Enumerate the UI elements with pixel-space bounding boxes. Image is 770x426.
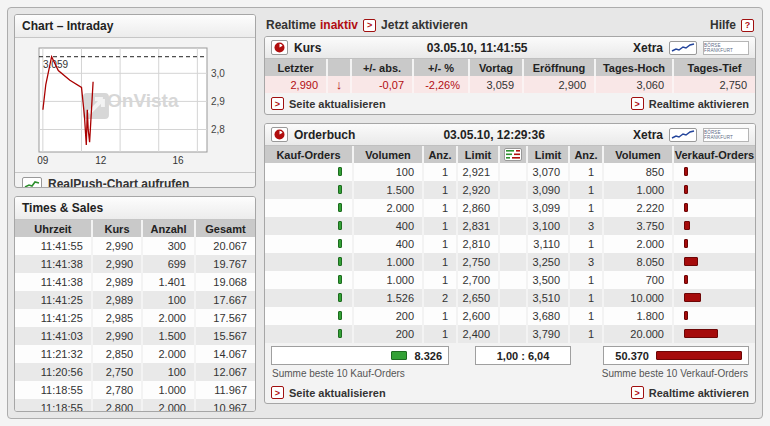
left-column: Chart – Intraday 3,02,92,8OnVista3.05909… [14, 14, 256, 412]
sell-volume: 1.800 [603, 307, 673, 325]
buy-volume: 200 [353, 307, 423, 325]
sell-count: 1 [569, 289, 603, 307]
orderbook-timestamp: 03.05.10, 12:29:36 [361, 128, 627, 142]
buy-count: 1 [423, 307, 457, 325]
times-sales-row: 11:41:552,99030020.067 [15, 237, 255, 255]
buy-order-bar [265, 235, 353, 253]
realpush-chart-icon [22, 177, 42, 188]
sell-count: 1 [569, 271, 603, 289]
refresh-arrow-icon[interactable]: > [271, 386, 284, 399]
realtime-activate-arrow-icon[interactable]: > [631, 386, 644, 399]
svg-text:09: 09 [37, 155, 49, 166]
orderbook-row: 1.50012,9203,09011.000 [265, 181, 755, 199]
market-widget: Chart – Intraday 3,02,92,8OnVista3.05909… [7, 7, 763, 419]
sell-order-bar [673, 307, 755, 325]
exchange-name: Xetra [633, 41, 663, 55]
times-sales-row: 11:41:252,9852.00017.567 [15, 309, 255, 327]
times-sales-cell: 1.401 [142, 273, 195, 291]
buy-count: 1 [423, 271, 457, 289]
change-abs: -0,07 [351, 76, 413, 93]
orderbook-row: 20012,4003,790120.000 [265, 325, 755, 343]
buy-volume: 1.000 [353, 253, 423, 271]
sell-volume: 2.220 [603, 199, 673, 217]
buy-limit: 2,700 [457, 271, 499, 289]
help-icon[interactable]: ? [741, 19, 754, 32]
column-header-pct: +/- % [413, 59, 469, 76]
realtime-activate-arrow-icon[interactable]: > [631, 97, 644, 110]
svg-text:12: 12 [95, 155, 107, 166]
times-sales-cell: 2,800 [92, 399, 142, 412]
prev-close: 3,059 [469, 76, 523, 93]
times-sales-cell: 2,850 [92, 345, 142, 363]
times-sales-cell: 15.567 [195, 327, 255, 345]
refresh-arrow-icon[interactable]: > [271, 97, 284, 110]
times-sales-cell: 2,989 [92, 273, 142, 291]
buy-count: 2 [423, 289, 457, 307]
sell-count: 3 [569, 253, 603, 271]
times-sales-cell: 2.000 [142, 309, 195, 327]
orderbook-row: 10012,9213,0701850 [265, 163, 755, 181]
buy-count: 1 [423, 325, 457, 343]
boerse-frankfurt-logo: BÖRSE FRANKFURT [703, 128, 749, 142]
gap [499, 235, 527, 253]
column-header-uhrzeit: Uhrzeit [15, 220, 92, 237]
buy-volume: 400 [353, 217, 423, 235]
change-pct: -2,26% [413, 76, 469, 93]
day-low: 2,750 [673, 76, 755, 93]
sell-total-value: 50.370 [615, 350, 649, 362]
chart-panel-title: Chart – Intraday [15, 15, 255, 38]
times-sales-cell: 17.567 [195, 309, 255, 327]
right-column: Realtime inaktiv > Jetzt aktivieren Hilf… [264, 14, 756, 412]
times-sales-title: Times & Sales [15, 197, 255, 220]
orderbook-row: 2.00012,8603,09912.220 [265, 199, 755, 217]
times-sales-cell: 11.967 [195, 381, 255, 399]
kurs-title-bar: Kurs 03.05.10, 11:41:55 Xetra BÖRSE FRAN… [265, 37, 755, 59]
sell-count: 1 [569, 325, 603, 343]
sell-limit: 3,510 [527, 289, 569, 307]
buy-limit: 2,600 [457, 307, 499, 325]
gap [499, 325, 527, 343]
activate-now-link[interactable]: Jetzt aktivieren [381, 18, 468, 32]
times-sales-row: 11:41:382,99069919.767 [15, 255, 255, 273]
exchange-name: Xetra [633, 128, 663, 142]
buy-volume: 100 [353, 163, 423, 181]
sell-volume: 20.000 [603, 325, 673, 343]
refresh-page-link[interactable]: Seite aktualisieren [289, 387, 386, 399]
buy-volume: 200 [353, 325, 423, 343]
sell-volume: 3.750 [603, 217, 673, 235]
sell-order-bar [673, 271, 755, 289]
times-sales-cell: 20.067 [195, 237, 255, 255]
orderbook-title-bar: Orderbuch 03.05.10, 12:29:36 Xetra BÖRSE… [265, 124, 755, 146]
times-sales-cell: 300 [142, 237, 195, 255]
gap [499, 181, 527, 199]
kurs-table: Letzter +/- abs. +/- % Vortag Eröffnung … [265, 59, 755, 93]
boerse-frankfurt-logo: BÖRSE FRANKFURT [703, 41, 749, 55]
sell-volume: 1.000 [603, 181, 673, 199]
buy-order-bar [265, 199, 353, 217]
svg-text:2,8: 2,8 [211, 124, 225, 135]
svg-text:16: 16 [172, 155, 184, 166]
column-header-abs: +/- abs. [351, 59, 413, 76]
column-header-letzter: Letzter [265, 59, 327, 76]
column-header-direction [327, 59, 351, 76]
refresh-page-link[interactable]: Seite aktualisieren [289, 98, 386, 110]
buy-limit: 2,400 [457, 325, 499, 343]
buy-volume: 400 [353, 235, 423, 253]
times-sales-cell: 2,990 [92, 255, 142, 273]
realpush-chart-link[interactable]: RealPush-Chart aufrufen [15, 172, 255, 188]
times-sales-cell: 11:41:25 [15, 291, 92, 309]
column-header-vortag: Vortag [469, 59, 523, 76]
column-header-kurs: Kurs [92, 220, 142, 237]
sell-count: 3 [569, 217, 603, 235]
sell-limit: 3,680 [527, 307, 569, 325]
gap [499, 217, 527, 235]
activate-arrow-icon[interactable]: > [363, 19, 376, 32]
times-sales-cell: 2.000 [142, 399, 195, 412]
column-header-sell-volumen: Volumen [603, 146, 673, 163]
sell-order-bar [673, 235, 755, 253]
orderbook-table: Kauf-Orders Volumen Anz. Limit [265, 146, 755, 343]
realtime-activate-link[interactable]: Realtime aktivieren [649, 98, 749, 110]
buy-order-bar [265, 163, 353, 181]
realtime-activate-link[interactable]: Realtime aktivieren [649, 387, 749, 399]
orderbook-row: 1.00012,7003,5001700 [265, 271, 755, 289]
